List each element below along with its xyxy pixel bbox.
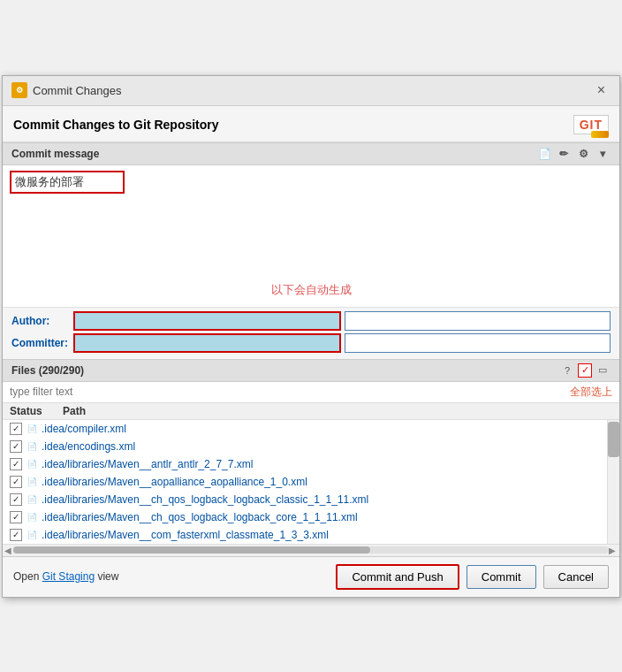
table-row[interactable]: 📄 .idea/compiler.xml	[3, 420, 607, 438]
table-row[interactable]: 📄 .idea/libraries/Maven__com_fasterxml_c…	[3, 526, 607, 544]
commit-message-area[interactable]: 微服务的部署 以下会自动生成	[3, 165, 619, 307]
table-row[interactable]: 📄 .idea/libraries/Maven__ch_qos_logback_…	[3, 508, 607, 526]
committer-label: Committer:	[11, 337, 73, 349]
check-all-icon[interactable]: ✓	[578, 363, 592, 378]
git-logo-container: GIT	[573, 115, 609, 134]
table-row[interactable]: 📄 .idea/libraries/Maven__aopalliance_aop…	[3, 473, 607, 491]
file-checkbox[interactable]	[10, 458, 22, 470]
commit-message-text: 微服务的部署	[15, 175, 84, 188]
horizontal-scrollbar[interactable]: ◀ ▶	[3, 544, 619, 556]
file-path: .idea/libraries/Maven__aopalliance_aopal…	[42, 476, 600, 488]
file-type-icon: 📄	[26, 529, 38, 541]
status-column-header: Status	[10, 405, 63, 417]
committer-input-wrapper	[73, 333, 611, 353]
auto-generate-label: 以下会自动生成	[271, 282, 352, 298]
author-label: Author:	[11, 315, 73, 327]
h-scroll-thumb[interactable]	[13, 546, 370, 554]
author-input-right[interactable]	[345, 311, 611, 331]
file-checkbox[interactable]	[10, 511, 22, 523]
committer-row: Committer:	[11, 333, 611, 353]
table-row[interactable]: 📄 .idea/libraries/Maven__antlr_antlr_2_7…	[3, 455, 607, 473]
commit-message-header: Commit message 📄 ✏ ⚙ ▾	[3, 142, 619, 165]
files-list: 📄 .idea/compiler.xml 📄 .idea/encodings.x…	[3, 420, 607, 544]
committer-input-right[interactable]	[345, 333, 611, 353]
files-section: Files (290/290) ? ✓ ▭ 全部选上 Status Path 📄…	[3, 359, 619, 556]
edit-icon[interactable]: ✏	[556, 146, 572, 162]
commit-and-push-button[interactable]: Commit and Push	[336, 564, 459, 590]
scroll-right-arrow[interactable]: ▶	[609, 546, 618, 555]
author-section: Author: Committer:	[3, 307, 619, 359]
footer-left: Open Git Staging view	[13, 570, 329, 583]
dialog-title: Commit Changes	[33, 84, 121, 97]
title-bar-left: ⚙ Commit Changes	[11, 82, 121, 98]
scroll-thumb[interactable]	[608, 422, 619, 457]
filter-input[interactable]	[10, 386, 570, 398]
file-path: .idea/encodings.xml	[42, 440, 600, 453]
file-path: .idea/libraries/Maven__ch_qos_logback_lo…	[42, 493, 600, 506]
committer-input-left[interactable]	[73, 333, 341, 353]
file-type-icon: 📄	[26, 423, 38, 435]
commit-message-input-wrapper: 微服务的部署	[10, 171, 125, 194]
dialog-icon: ⚙	[11, 82, 27, 98]
file-type-icon: 📄	[26, 511, 38, 523]
h-scroll-track[interactable]	[13, 546, 609, 554]
file-path: .idea/compiler.xml	[42, 423, 600, 435]
file-checkbox[interactable]	[10, 423, 22, 435]
open-text: Open	[13, 570, 42, 583]
author-input-wrapper	[73, 311, 611, 331]
chevron-down-icon[interactable]: ▾	[595, 146, 611, 162]
file-path: .idea/libraries/Maven__com_fasterxml_cla…	[42, 529, 600, 541]
path-column-header: Path	[63, 405, 612, 417]
files-list-container: 📄 .idea/compiler.xml 📄 .idea/encodings.x…	[3, 420, 619, 544]
files-header: Files (290/290) ? ✓ ▭	[3, 360, 619, 382]
file-type-icon: 📄	[26, 440, 38, 453]
close-button[interactable]: ×	[592, 81, 611, 99]
file-type-icon: 📄	[26, 476, 38, 488]
scroll-left-arrow[interactable]: ◀	[4, 546, 13, 555]
template-icon[interactable]: 📄	[536, 146, 552, 162]
files-header-right: ? ✓ ▭	[559, 363, 611, 378]
files-title: Files (290/290)	[11, 364, 84, 377]
author-input-left[interactable]	[73, 311, 341, 331]
file-type-icon: 📄	[26, 458, 38, 470]
footer: Open Git Staging view Commit and Push Co…	[3, 556, 619, 597]
table-row[interactable]: 📄 .idea/encodings.xml	[3, 438, 607, 455]
files-table-header: Status Path	[3, 403, 619, 420]
select-all-link[interactable]: 全部选上	[570, 385, 612, 400]
commit-message-icons: 📄 ✏ ⚙ ▾	[536, 146, 611, 162]
file-path: .idea/libraries/Maven__ch_qos_logback_lo…	[42, 511, 600, 523]
header-section: Commit Changes to Git Repository GIT	[3, 106, 619, 142]
title-bar: ⚙ Commit Changes ×	[3, 76, 619, 106]
vertical-scrollbar[interactable]	[607, 420, 619, 544]
git-logo-badge	[591, 131, 609, 138]
file-type-icon: 📄	[26, 493, 38, 506]
file-checkbox[interactable]	[10, 493, 22, 506]
file-checkbox[interactable]	[10, 476, 22, 488]
commit-dialog: ⚙ Commit Changes × Commit Changes to Git…	[2, 75, 620, 598]
layout-icon[interactable]: ▭	[595, 363, 611, 378]
git-staging-link[interactable]: Git Staging	[42, 570, 95, 583]
author-row: Author:	[11, 311, 611, 331]
commit-button[interactable]: Commit	[466, 565, 536, 589]
commit-message-label: Commit message	[11, 148, 99, 160]
table-row[interactable]: 📄 .idea/libraries/Maven__ch_qos_logback_…	[3, 491, 607, 508]
search-bar: 全部选上	[3, 382, 619, 403]
cancel-button[interactable]: Cancel	[543, 565, 609, 589]
file-checkbox[interactable]	[10, 440, 22, 453]
view-text: view	[95, 570, 118, 583]
file-path: .idea/libraries/Maven__antlr_antlr_2_7_7…	[42, 458, 600, 470]
settings-icon[interactable]: ⚙	[575, 146, 591, 162]
file-checkbox[interactable]	[10, 529, 22, 541]
header-title: Commit Changes to Git Repository	[13, 118, 219, 132]
help-icon[interactable]: ?	[559, 363, 575, 378]
